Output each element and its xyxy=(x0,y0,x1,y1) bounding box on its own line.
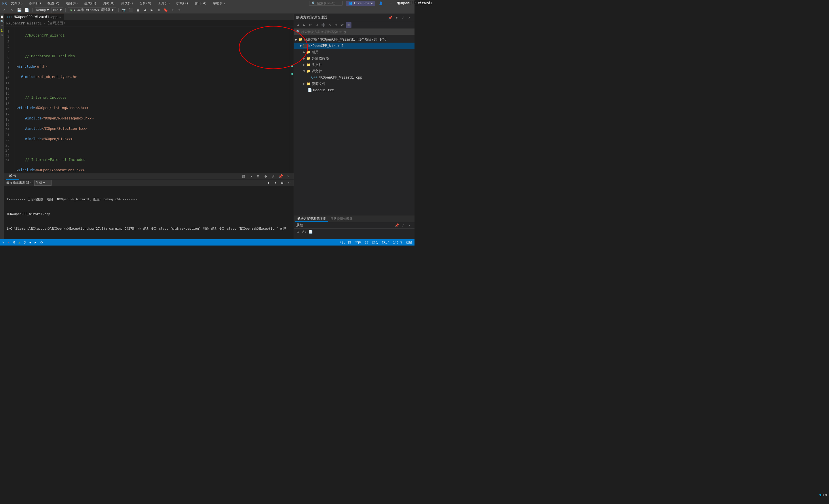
output-panel: 输出 🗑 ↵ ⊞ ⚙ ⤢ 📌 ✕ xyxy=(4,173,294,239)
se-refresh-btn[interactable]: ↺ xyxy=(314,22,320,28)
output-float-btn[interactable]: ⤢ xyxy=(270,174,276,179)
run-debugger-btn[interactable]: ▶ ▶ 本地 Windows 调试器 ▼ xyxy=(68,7,116,13)
breadcrumb: NXOpenCPP_Wizard1 › (全局范围) xyxy=(4,20,294,27)
tool1-btn[interactable]: ⬛ xyxy=(128,7,134,13)
menu-project[interactable]: 项目(P) xyxy=(64,1,80,6)
nav2-btn[interactable]: » xyxy=(176,7,182,13)
cpp-file-node[interactable]: C++ NXOpenCPP_Wizard1.cpp xyxy=(294,74,414,81)
activity-search[interactable]: 🔍 xyxy=(0,20,4,23)
props-float-btn[interactable]: ⤢ xyxy=(400,222,406,228)
menu-window[interactable]: 窗口(W) xyxy=(192,1,209,6)
output-filter-btn[interactable]: ⊞ xyxy=(255,174,261,179)
nav-back-btn[interactable]: ◀ xyxy=(29,241,31,244)
props-sort-alpha-btn[interactable]: A↓ xyxy=(301,229,307,235)
redo-btn[interactable]: ↷ xyxy=(9,7,15,13)
code-line-7: // Internal Includes xyxy=(17,95,287,100)
output-settings-btn[interactable]: ⚙ xyxy=(262,174,269,179)
se-sync-btn[interactable]: ⟳ xyxy=(308,22,314,28)
se-search-input[interactable] xyxy=(301,30,412,34)
output-clear-btn[interactable]: 🗑 xyxy=(240,174,246,179)
nav-forward-btn[interactable]: ▶ xyxy=(35,241,37,244)
output-nav-up[interactable]: ⬆ xyxy=(265,180,272,186)
props-pages-btn[interactable]: 📄 xyxy=(308,229,314,235)
output-pin-btn[interactable]: 📌 xyxy=(278,174,284,179)
se-properties-btn[interactable]: ⚙ xyxy=(327,22,332,28)
resource-files-node[interactable]: ▶ 📁 资源文件 xyxy=(294,81,414,87)
debug-mode-dropdown[interactable]: Debug ▼ xyxy=(35,7,50,13)
nav1-btn[interactable]: « xyxy=(169,7,176,13)
se-float-btn[interactable]: ⤢ xyxy=(400,15,406,21)
output-nav-down[interactable]: ⬇ xyxy=(272,180,279,186)
se-preview-btn[interactable]: 👁 xyxy=(339,22,345,28)
se-expand-all-btn[interactable]: ⊞ xyxy=(346,22,352,28)
se-tab-team[interactable]: 团队资源管理器 xyxy=(328,216,355,222)
header-expand-icon: ▶ xyxy=(303,63,305,67)
activity-debug[interactable]: 🐛 xyxy=(0,29,4,32)
menu-build[interactable]: 生成(B) xyxy=(82,1,99,6)
forward-btn[interactable]: ▶ xyxy=(148,7,155,13)
menu-help[interactable]: 帮助(H) xyxy=(211,1,227,6)
props-pin-btn[interactable]: 📌 xyxy=(394,222,400,228)
minimize-btn[interactable]: ─ xyxy=(386,0,395,6)
camera-btn[interactable]: 📷 xyxy=(121,7,127,13)
main-layout: 📋 🔍 ⑂ 🐛 ⊞ C++ NXOpenCPP_Wizard1.cpp ✕ NX… xyxy=(0,14,414,239)
menu-debug[interactable]: 调试(D) xyxy=(101,1,117,6)
se-filter-btn[interactable]: ⊟ xyxy=(333,22,339,28)
external-deps-node[interactable]: ▶ 📁 外部依赖项 xyxy=(294,55,414,62)
search-input[interactable] xyxy=(317,1,340,5)
code-line-12 xyxy=(17,147,287,152)
editor-tab-active[interactable]: C++ NXOpenCPP_Wizard1.cpp ✕ xyxy=(4,14,64,20)
live-share-btn[interactable]: 👥 Live Share xyxy=(346,1,375,6)
se-close-btn[interactable]: ✕ xyxy=(406,15,412,21)
activity-bar: 📋 🔍 ⑂ 🐛 ⊞ xyxy=(0,14,4,239)
readme-node[interactable]: 📄 ReadMe.txt xyxy=(294,87,414,93)
new-file-btn[interactable]: 📄 xyxy=(24,7,30,13)
output-wrap-btn[interactable]: ↵ xyxy=(248,174,254,179)
save-btn[interactable]: 💾 xyxy=(16,7,23,13)
tab-close-btn[interactable]: ✕ xyxy=(59,15,61,19)
project-node[interactable]: ▼ ⬛ NXOpenCPP_Wizard1 xyxy=(294,43,414,49)
se-tab-solution[interactable]: 解决方案资源管理器 xyxy=(295,216,328,222)
activity-git[interactable]: ⑂ xyxy=(0,24,4,28)
bookmark-btn[interactable]: 🔖 xyxy=(163,7,169,13)
se-pin-btn[interactable]: 📌 xyxy=(388,15,393,21)
props-sort-category-btn[interactable]: ⊞ xyxy=(295,229,301,235)
code-line-2 xyxy=(17,43,287,48)
output-source-dropdown[interactable]: 生成 ▼ xyxy=(34,180,51,186)
header-files-node[interactable]: ▶ 📁 头文件 xyxy=(294,62,414,68)
code-content[interactable]: //NXOpenCPP_Wizard1 // Mandatory UF Incl… xyxy=(14,27,289,173)
output-tab[interactable]: 输出 xyxy=(6,173,19,180)
output-source-label: 最显输出来源(S): xyxy=(6,180,33,185)
code-editor[interactable]: 1234567891011121314151617181920212223242… xyxy=(4,27,294,173)
menu-extensions[interactable]: 扩展(X) xyxy=(174,1,191,6)
code-line-9: #include <NXOpen/NXMessageBox.hxx> xyxy=(17,116,287,121)
props-close-btn[interactable]: ✕ xyxy=(406,222,412,228)
stop-btn[interactable]: ⏸ xyxy=(155,7,162,13)
se-arrow-btn[interactable]: ▼ xyxy=(394,15,400,21)
tab-bar: C++ NXOpenCPP_Wizard1.cpp ✕ xyxy=(4,14,294,20)
menu-analyze[interactable]: 分析(N) xyxy=(137,1,154,6)
menu-file[interactable]: 文件(F) xyxy=(9,1,25,6)
menu-edit[interactable]: 编辑(E) xyxy=(27,1,44,6)
source-files-node[interactable]: ▼ 📁 源文件 xyxy=(294,68,414,74)
references-node[interactable]: ▶ 📁 引用 xyxy=(294,49,414,55)
activity-explorer[interactable]: 📋 xyxy=(0,15,4,19)
output-filter2[interactable]: ⊞ xyxy=(279,180,286,186)
tool2-btn[interactable]: ▣ xyxy=(135,7,141,13)
menu-tools[interactable]: 工具(T) xyxy=(156,1,172,6)
activity-extensions[interactable]: ⊞ xyxy=(0,33,4,37)
se-back-btn[interactable]: ◀ xyxy=(295,22,301,28)
solution-root[interactable]: ▶ 📁 解决方案'NXOpenCPP_Wizard1'(1个项目/共 1个) xyxy=(294,36,414,43)
se-add-btn[interactable]: ➕ xyxy=(320,22,326,28)
output-close-btn[interactable]: ✕ xyxy=(285,174,291,179)
back-btn[interactable]: ◀ xyxy=(142,7,148,13)
se-forward-btn[interactable]: ▶ xyxy=(301,22,307,28)
menu-view[interactable]: 视图(V) xyxy=(45,1,62,6)
undo-btn[interactable]: ↶ xyxy=(1,7,7,13)
menu-test[interactable]: 测试(S) xyxy=(119,1,136,6)
platform-dropdown[interactable]: x64 ▼ xyxy=(51,7,63,13)
nav-sync-btn[interactable]: ⟲ xyxy=(40,241,43,244)
tab-icon-cpp: C++ xyxy=(7,15,12,19)
output-content[interactable]: 1>-------- 已启动生成: 项目: NXOpenCPP_Wizard1,… xyxy=(4,186,294,239)
output-word-wrap[interactable]: ↩ xyxy=(286,180,292,186)
